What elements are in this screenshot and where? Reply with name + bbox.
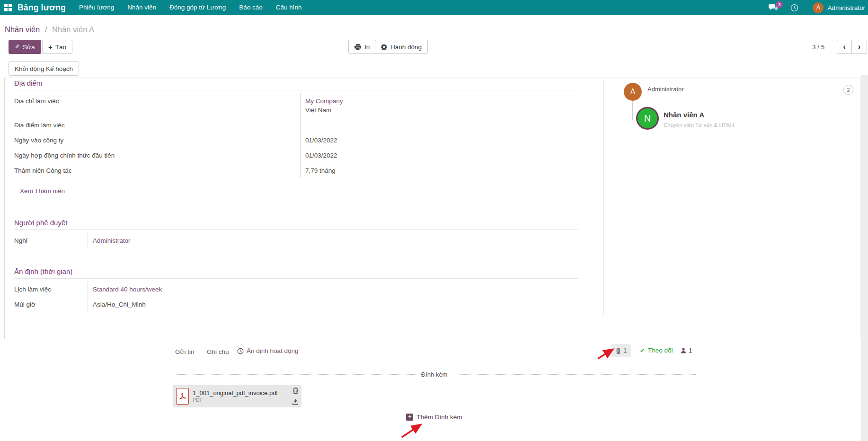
section-location: Địa điểm Địa chỉ làm việc My Company Việ… — [14, 79, 578, 178]
user-avatar[interactable]: A — [813, 2, 824, 13]
company-country: Việt Nam — [305, 106, 578, 115]
employee-avatar[interactable]: N — [636, 107, 659, 130]
top-navbar: Bảng lương Phiếu lương Nhân viên Đóng gó… — [0, 0, 868, 15]
add-attachment-label: Thêm Đính kèm — [416, 414, 462, 421]
field-label: Lịch làm việc — [14, 282, 88, 297]
menu-item-phieu-luong[interactable]: Phiếu lương — [72, 0, 121, 15]
annotation-arrow-attachments — [598, 350, 612, 359]
follow-button[interactable]: Theo dõi — [640, 347, 673, 354]
breadcrumb-separator: / — [45, 25, 47, 34]
field-row-working-schedule: Lịch làm việc Standard 40 hours/week — [14, 282, 578, 297]
messages-icon[interactable]: 3 — [769, 4, 778, 11]
app-brand[interactable]: Bảng lương — [18, 3, 66, 13]
field-value: 01/03/2022 — [300, 132, 578, 148]
delete-attachment-icon[interactable] — [293, 388, 298, 394]
field-value: Standard 40 hours/week — [88, 282, 578, 297]
apps-menu-icon[interactable] — [4, 4, 12, 11]
attachments-toggle-button[interactable]: 1 — [611, 344, 631, 357]
section-schedule-title: Ấn định (thời gian) — [14, 267, 578, 279]
gear-icon — [381, 44, 387, 50]
menu-item-nhan-vien[interactable]: Nhân viên — [121, 0, 163, 15]
print-button[interactable]: In — [348, 40, 376, 54]
company-link[interactable]: My Company — [305, 97, 578, 106]
attachments-divider-label: Đính kèm — [421, 371, 448, 378]
field-row-join-date: Ngày vào công ty 01/03/2022 — [14, 132, 578, 148]
pdf-file-icon — [176, 388, 189, 405]
plus-square-icon — [406, 414, 413, 421]
manager-avatar[interactable]: A — [624, 83, 642, 101]
print-button-label: In — [364, 44, 370, 51]
field-row-timezone: Múi giờ Asia/Ho_Chi_Minh — [14, 297, 578, 312]
section-location-title: Địa điểm — [14, 79, 578, 90]
divider-line-right — [454, 374, 696, 375]
view-seniority-link[interactable]: Xem Thâm niên — [20, 187, 65, 194]
add-attachment-button[interactable]: Thêm Đính kèm — [406, 414, 462, 421]
sheet-vertical-divider — [603, 79, 604, 316]
payroll-app-window: Bảng lương Phiếu lương Nhân viên Đóng gó… — [0, 0, 868, 441]
action-button-label: Hành động — [390, 44, 422, 51]
field-label: Nghỉ — [14, 233, 88, 248]
field-value: Asia/Ho_Chi_Minh — [88, 297, 578, 312]
org-count-badge[interactable]: 2 — [843, 85, 853, 95]
log-note-button[interactable]: Ghi chú — [207, 348, 229, 355]
section-approvers: Người phê duyệt Nghỉ Administrator — [14, 219, 578, 248]
working-schedule-link[interactable]: Standard 40 hours/week — [93, 286, 162, 293]
annotation-arrow-add-attachment — [402, 425, 420, 437]
menu-item-bao-cao[interactable]: Báo cáo — [232, 0, 269, 15]
attachments-count: 1 — [623, 347, 627, 354]
employee-job-title: Chuyên viên Tư vấn & HTKH — [664, 122, 734, 128]
field-row-work-address: Địa chỉ làm việc My Company Việt Nam — [14, 93, 578, 117]
breadcrumb-parent-link[interactable]: Nhân viên — [5, 25, 40, 34]
pager — [837, 40, 867, 54]
field-value: 01/03/2022 — [300, 148, 578, 163]
field-value: My Company Việt Nam — [300, 93, 578, 117]
download-attachment-icon[interactable] — [292, 399, 298, 405]
field-row-seniority: Thâm niên Công tác 7,79 tháng — [14, 163, 578, 178]
field-label: Địa điểm làm việc — [14, 117, 300, 132]
add-attachment-row: Thêm Đính kèm — [173, 412, 696, 421]
person-icon — [681, 348, 686, 353]
employee-name[interactable]: Nhân viên A — [664, 111, 704, 119]
field-label: Ngày hợp đồng chính thức đầu tiên — [14, 148, 300, 163]
menu-item-dong-gop[interactable]: Đóng góp từ Lương — [163, 0, 232, 15]
field-label: Múi giờ — [14, 297, 88, 312]
launch-plan-button[interactable]: Khởi động Kế hoạch — [9, 62, 79, 76]
clock-icon — [237, 348, 244, 354]
messages-count-badge: 3 — [776, 1, 783, 8]
topbar-right-cluster: 3 A Administrator — [769, 0, 865, 15]
field-row-leave-approver: Nghỉ Administrator — [14, 233, 578, 248]
user-menu[interactable]: Administrator — [827, 4, 865, 11]
pager-previous-button[interactable] — [837, 40, 852, 54]
section-schedule: Ấn định (thời gian) Lịch làm việc Standa… — [14, 267, 578, 312]
schedule-activity-button[interactable]: Ấn định hoạt động — [237, 347, 299, 354]
attachment-actions — [292, 388, 298, 405]
main-menu: Phiếu lương Nhân viên Đóng góp từ Lương … — [72, 0, 309, 15]
manager-name[interactable]: Administrator — [647, 86, 684, 93]
attachment-type-label: PDF — [193, 397, 291, 403]
printer-icon — [354, 44, 361, 50]
schedule-activity-label: Ấn định hoạt động — [247, 347, 299, 354]
breadcrumb-current: Nhân viên A — [52, 25, 94, 34]
attachment-meta: 1_001_original_pdf_invoice.pdf PDF — [193, 389, 291, 403]
menu-item-cau-hinh[interactable]: Cấu hình — [269, 0, 309, 15]
activities-clock-icon[interactable] — [790, 4, 798, 12]
pager-next-button[interactable] — [852, 40, 867, 54]
section-approvers-title: Người phê duyệt — [14, 219, 578, 230]
divider-line-left — [173, 374, 415, 375]
action-button[interactable]: Hành động — [375, 40, 428, 54]
attachment-filename[interactable]: 1_001_original_pdf_invoice.pdf — [193, 389, 291, 397]
paperclip-icon — [616, 347, 621, 354]
send-message-button[interactable]: Gửi tin — [175, 348, 195, 355]
edit-button[interactable]: Sửa — [9, 40, 41, 54]
field-label: Ngày vào công ty — [14, 132, 300, 148]
vertical-scrollbar[interactable] — [861, 75, 868, 441]
followers-button[interactable]: 1 — [681, 347, 692, 354]
create-button[interactable]: Tạo — [42, 40, 72, 54]
field-label: Địa chỉ làm việc — [14, 93, 300, 117]
attachment-card[interactable]: 1_001_original_pdf_invoice.pdf PDF — [173, 385, 301, 407]
approver-link[interactable]: Administrator — [93, 237, 131, 244]
org-connector-vertical — [632, 101, 633, 120]
attachments-divider: Đính kèm — [173, 371, 696, 378]
field-row-first-contract-date: Ngày hợp đồng chính thức đầu tiên 01/03/… — [14, 148, 578, 163]
field-value: 7,79 tháng — [300, 163, 578, 178]
